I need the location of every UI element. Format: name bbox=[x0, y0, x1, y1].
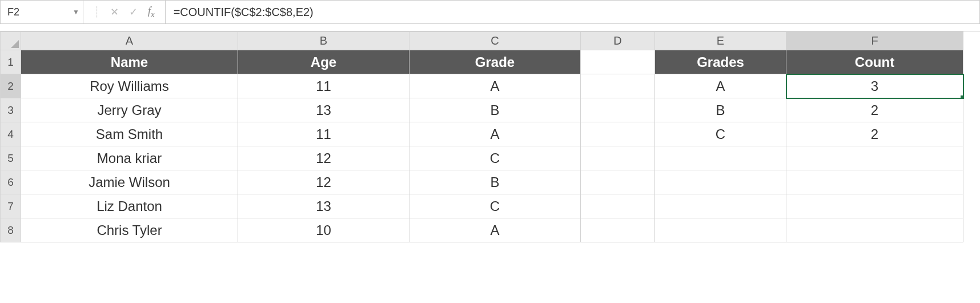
name-box[interactable]: F2 ▼ bbox=[1, 1, 83, 23]
row-header-2[interactable]: 2 bbox=[1, 74, 21, 98]
fx-icon[interactable]: fx bbox=[148, 5, 155, 19]
row-header-1[interactable]: 1 bbox=[1, 50, 21, 74]
row-header-3[interactable]: 3 bbox=[1, 98, 21, 122]
cell-e4[interactable]: C bbox=[655, 122, 786, 146]
table-row: 1 Name Age Grade Grades Count bbox=[1, 50, 963, 74]
cell-f2-value: 3 bbox=[871, 78, 878, 94]
cell-b7[interactable]: 13 bbox=[238, 194, 409, 218]
col-header-b[interactable]: B bbox=[238, 32, 409, 50]
cell-b1[interactable]: Age bbox=[238, 50, 409, 74]
cell-a8[interactable]: Chris Tyler bbox=[21, 218, 238, 242]
formula-bar: F2 ▼ ┊ ✕ ✓ fx =COUNTIF($C$2:$C$8,E2) bbox=[0, 0, 980, 24]
cell-a1[interactable]: Name bbox=[21, 50, 238, 74]
select-all-corner[interactable] bbox=[1, 32, 21, 50]
cell-f3[interactable]: 2 bbox=[786, 98, 963, 122]
cell-e2[interactable]: A bbox=[655, 74, 786, 98]
cell-c3[interactable]: B bbox=[409, 98, 581, 122]
col-header-f[interactable]: F bbox=[786, 32, 963, 50]
cell-d8[interactable] bbox=[581, 218, 655, 242]
cell-b6[interactable]: 12 bbox=[238, 170, 409, 194]
cell-d7[interactable] bbox=[581, 194, 655, 218]
cell-b2[interactable]: 11 bbox=[238, 74, 409, 98]
spreadsheet-grid: A B C D E F 1 Name Age Grade Grades Coun… bbox=[0, 31, 980, 242]
cell-f1[interactable]: Count bbox=[786, 50, 963, 74]
cell-c4[interactable]: A bbox=[409, 122, 581, 146]
cell-c8[interactable]: A bbox=[409, 218, 581, 242]
col-header-a[interactable]: A bbox=[21, 32, 238, 50]
table-row: 8 Chris Tyler 10 A bbox=[1, 218, 963, 242]
cell-c6[interactable]: B bbox=[409, 170, 581, 194]
cell-e7[interactable] bbox=[655, 194, 786, 218]
cell-e3[interactable]: B bbox=[655, 98, 786, 122]
cell-b3[interactable]: 13 bbox=[238, 98, 409, 122]
cell-a5[interactable]: Mona kriar bbox=[21, 146, 238, 170]
cell-d2[interactable] bbox=[581, 74, 655, 98]
table-row: 6 Jamie Wilson 12 B bbox=[1, 170, 963, 194]
cell-c7[interactable]: C bbox=[409, 194, 581, 218]
formula-input[interactable]: =COUNTIF($C$2:$C$8,E2) bbox=[166, 1, 979, 23]
cell-e8[interactable] bbox=[655, 218, 786, 242]
cell-b5[interactable]: 12 bbox=[238, 146, 409, 170]
cell-d3[interactable] bbox=[581, 98, 655, 122]
cell-e1[interactable]: Grades bbox=[655, 50, 786, 74]
cell-f5[interactable] bbox=[786, 146, 963, 170]
col-header-d[interactable]: D bbox=[581, 32, 655, 50]
table-row: 5 Mona kriar 12 C bbox=[1, 146, 963, 170]
enter-icon[interactable]: ✓ bbox=[129, 6, 138, 18]
cell-d4[interactable] bbox=[581, 122, 655, 146]
cell-b4[interactable]: 11 bbox=[238, 122, 409, 146]
table-row: 4 Sam Smith 11 A C 2 bbox=[1, 122, 963, 146]
cell-a4[interactable]: Sam Smith bbox=[21, 122, 238, 146]
column-header-row: A B C D E F bbox=[1, 32, 963, 50]
cell-a2[interactable]: Roy Williams bbox=[21, 74, 238, 98]
row-header-4[interactable]: 4 bbox=[1, 122, 21, 146]
col-header-e[interactable]: E bbox=[655, 32, 786, 50]
separator-icon: ┊ bbox=[94, 6, 100, 18]
formula-bar-buttons: ┊ ✕ ✓ fx bbox=[83, 1, 166, 23]
table-row: 3 Jerry Gray 13 B B 2 bbox=[1, 98, 963, 122]
cell-a7[interactable]: Liz Danton bbox=[21, 194, 238, 218]
cell-b8[interactable]: 10 bbox=[238, 218, 409, 242]
cell-d5[interactable] bbox=[581, 146, 655, 170]
cell-e5[interactable] bbox=[655, 146, 786, 170]
cell-d1[interactable] bbox=[581, 50, 655, 74]
cell-f4[interactable]: 2 bbox=[786, 122, 963, 146]
table-row: 2 Roy Williams 11 A A 3 bbox=[1, 74, 963, 98]
name-box-value: F2 bbox=[7, 6, 19, 18]
cell-a6[interactable]: Jamie Wilson bbox=[21, 170, 238, 194]
cell-f8[interactable] bbox=[786, 218, 963, 242]
cell-a3[interactable]: Jerry Gray bbox=[21, 98, 238, 122]
fill-handle[interactable] bbox=[960, 95, 963, 98]
cell-c1[interactable]: Grade bbox=[409, 50, 581, 74]
cancel-icon[interactable]: ✕ bbox=[110, 6, 119, 18]
cell-f6[interactable] bbox=[786, 170, 963, 194]
row-header-7[interactable]: 7 bbox=[1, 194, 21, 218]
row-header-8[interactable]: 8 bbox=[1, 218, 21, 242]
row-header-6[interactable]: 6 bbox=[1, 170, 21, 194]
cell-f2[interactable]: 3 bbox=[786, 74, 963, 98]
col-header-c[interactable]: C bbox=[409, 32, 581, 50]
cell-f7[interactable] bbox=[786, 194, 963, 218]
name-box-dropdown-icon[interactable]: ▼ bbox=[73, 8, 79, 16]
cell-c2[interactable]: A bbox=[409, 74, 581, 98]
cell-d6[interactable] bbox=[581, 170, 655, 194]
formula-text: =COUNTIF($C$2:$C$8,E2) bbox=[174, 6, 314, 19]
row-header-5[interactable]: 5 bbox=[1, 146, 21, 170]
cell-c5[interactable]: C bbox=[409, 146, 581, 170]
cell-e6[interactable] bbox=[655, 170, 786, 194]
table-row: 7 Liz Danton 13 C bbox=[1, 194, 963, 218]
